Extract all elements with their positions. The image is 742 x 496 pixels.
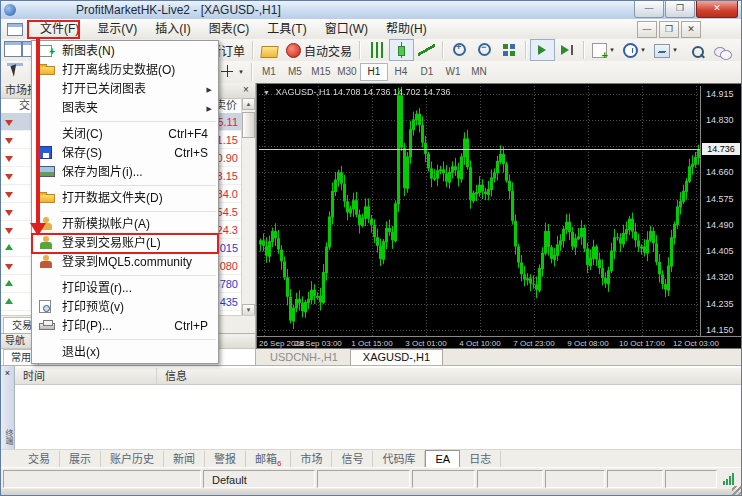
timeframe-MN[interactable]: MN [466,63,492,81]
file-menu-item-16[interactable]: 打印预览(v) [32,298,218,317]
envelope-button[interactable] [257,39,282,61]
close-button[interactable]: ✕ [696,1,738,18]
file-menu-item-13[interactable]: 登录到MQL5.community [32,253,218,272]
chart-shift-button[interactable] [555,39,580,61]
file-menu-item-2[interactable]: 打开已关闭图表▶ [32,80,218,99]
terminal-tab-市场[interactable]: 市场 [291,451,332,467]
tile-windows-button[interactable] [497,39,522,61]
title-bar[interactable]: ProfitMarketHK-Live2 - [XAGUSD-,H1] — ❐ … [1,1,741,20]
terminal-tab-EA[interactable]: EA [425,450,460,467]
terminal-tab-警报[interactable]: 警报 [205,451,246,467]
file-menu-item-3[interactable]: 图表夹▶ [32,99,218,118]
timeframe-M5[interactable]: M5 [282,63,308,81]
menu-bar: 文件(F)显示(V)插入(I)图表(C)工具(T)窗口(W)帮助(H) — ❐ … [1,19,741,40]
timeframe-H1[interactable]: H1 [360,63,388,81]
chevron-down-icon[interactable]: ▼ [609,47,615,53]
auto-scroll-button[interactable] [530,39,555,61]
periods-button[interactable]: ▼ [619,39,650,61]
zoom-in-button[interactable] [447,39,472,61]
maximize-button[interactable]: ❐ [665,1,695,18]
toolbar-right-group [685,41,735,63]
toolbar-separator [252,41,254,59]
menubar-item-5[interactable]: 工具(T) [258,19,315,39]
file-menu-item-0[interactable]: 新图表(N) [32,42,218,61]
menubar-item-2[interactable]: 显示(V) [88,19,146,39]
bar-chart-button[interactable] [364,39,389,61]
message-column-header[interactable]: 信息 [157,368,742,384]
arrow-down-icon [5,120,13,130]
chevron-down-icon[interactable]: ▼ [672,47,678,53]
chart-plot[interactable] [259,86,700,336]
chevron-down-icon[interactable]: ▼ [263,89,270,96]
chart-window: ▼ XAGUSD-,H1 14.708 14.736 14.702 14.736… [256,83,742,365]
zoom-out-button[interactable] [472,39,497,61]
timeframe-M1[interactable]: M1 [256,63,282,81]
application-window: ProfitMarketHK-Live2 - [XAGUSD-,H1] — ❐ … [0,0,742,496]
terminal-tab-账户历史[interactable]: 账户历史 [101,451,164,467]
file-menu-item-9[interactable]: 打开数据文件夹(D) [32,189,218,208]
candlestick-button[interactable] [389,39,414,61]
file-menu-item-19[interactable]: 退出(x) [32,343,218,362]
mdi-minimize-button[interactable]: — [637,21,657,38]
toolbar-separator [251,63,253,81]
file-menu-item-5[interactable]: 关闭(C)Ctrl+F4 [32,125,218,144]
file-menu-item-1[interactable]: 打开离线历史数据(O) [32,61,218,80]
chevron-down-icon[interactable]: ▼ [640,47,646,53]
market-watch-close-icon[interactable]: × [240,84,252,96]
mdi-close-button[interactable]: ✕ [681,21,701,38]
file-menu-item-7[interactable]: 保存为图片(i)... [32,163,218,182]
window-title: ProfitMarketHK-Live2 - [XAGUSD-,H1] [76,3,281,17]
chart-window-icon[interactable] [7,23,23,36]
terminal-tab-代码库[interactable]: 代码库 [373,451,425,467]
terminal-tab-日志[interactable]: 日志 [460,451,501,467]
menubar-item-4[interactable]: 图表(C) [200,19,259,39]
window-icon[interactable] [4,41,22,57]
menubar-item-7[interactable]: 帮助(H) [377,19,436,39]
templates-button[interactable]: ▼ [650,39,682,61]
file-menu-item-17[interactable]: 打印(P)...Ctrl+P [32,317,218,336]
terminal-tab-邮箱[interactable]: 邮箱6 [246,451,291,467]
time-axis-label: 1 Oct 15:00 [351,339,392,348]
menu-item-label: 登录到MQL5.community [62,255,192,269]
terminal-tab-新闻[interactable]: 新闻 [164,451,205,467]
menubar-item-6[interactable]: 窗口(W) [316,19,377,39]
search-button[interactable] [685,41,710,63]
terminal-tab-交易[interactable]: 交易 [19,451,60,467]
file-menu-item-6[interactable]: 保存(S)Ctrl+S [32,144,218,163]
price-axis: 14.736 14.91514.83014.66014.57514.49014.… [700,86,742,336]
file-menu-item-12[interactable]: 登录到交易账户(L) [32,234,218,253]
timeframe-D1[interactable]: D1 [414,63,440,81]
timeframe-H4[interactable]: H4 [388,63,414,81]
scroll-up-icon[interactable]: ▲ [242,98,255,110]
mdi-restore-button[interactable]: ❐ [659,21,679,38]
cursor-icon[interactable] [7,63,23,77]
terminal-grip[interactable]: × 终端 [1,366,15,449]
folder-icon [39,194,55,203]
indicators-button[interactable]: ▼ [588,39,619,61]
file-menu-item-15[interactable]: 打印设置(r)... [32,279,218,298]
menu-shortcut: Ctrl+S [174,144,208,163]
save-icon [39,146,52,159]
menubar-item-3[interactable]: 插入(I) [146,19,199,39]
terminal-tab-展示[interactable]: 展示 [60,451,101,467]
crosshair-button[interactable]: ▼ [215,61,248,83]
status-bar: Default [1,467,742,489]
time-axis-label: 10 Oct 17:00 [619,339,665,348]
market-watch-scrollbar[interactable]: ▲ ▼ [241,98,255,316]
resize-grip[interactable] [732,486,742,496]
chart-tab-XAGUSDH1[interactable]: XAGUSD-,H1 [350,349,443,365]
terminal-tab-信号[interactable]: 信号 [332,451,373,467]
timeframe-M30[interactable]: M30 [334,63,360,81]
file-menu-item-11[interactable]: 开新模拟帐户(A) [32,215,218,234]
timeframe-W1[interactable]: W1 [440,63,466,81]
terminal-close-icon[interactable]: × [3,368,13,378]
line-chart-button[interactable] [414,39,439,61]
autotrading-button[interactable]: 自动交易 [282,39,356,61]
minimize-button[interactable]: — [634,1,664,18]
chat-button[interactable] [710,41,735,63]
timeframe-M15[interactable]: M15 [308,63,334,81]
time-column-header[interactable]: 时间 [15,368,157,384]
chart-tab-USDCNHH1[interactable]: USDCNH-,H1 [258,350,350,365]
chevron-down-icon[interactable]: ▼ [238,69,244,75]
scrollbar-thumb[interactable] [242,112,255,138]
